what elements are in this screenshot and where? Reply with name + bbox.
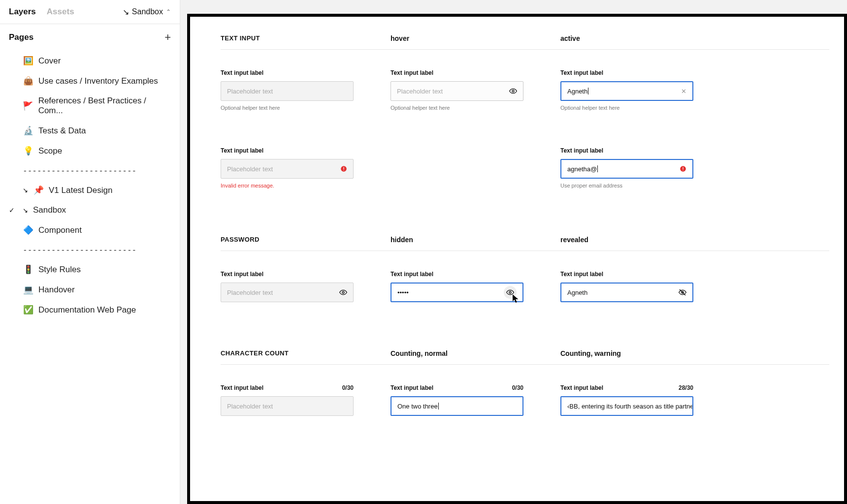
tab-assets[interactable]: Assets [47,7,74,17]
eye-icon [506,288,514,296]
eye-icon[interactable] [339,288,347,296]
text-input-row-default: Text input label Placeholder text Option… [221,69,829,111]
text-input-error: Text input label Placeholder text Invali… [221,147,354,189]
add-page-button[interactable]: + [164,32,171,43]
eye-icon[interactable] [509,87,517,95]
placeholder: Placeholder text [227,403,273,410]
input-label: Text input label [221,384,263,391]
password-input[interactable]: Agneth [560,283,693,302]
main-canvas-area[interactable]: TEXT INPUT hover active Text input label… [180,0,847,504]
password-hidden: Text input label ••••• [391,271,523,302]
charcount-row: Text input label 0/30 Placeholder text T… [221,384,829,416]
microscope-icon: 🔬 [23,126,33,136]
page-label: Style Rules [38,265,81,275]
input-label: Text input label [560,384,603,391]
check-icon: ✓ [9,206,15,214]
char-counter: 0/30 [342,384,354,391]
diamond-icon: 🔷 [23,225,33,235]
section-header-text-input: TEXT INPUT hover active [221,34,829,50]
text-input[interactable]: ‹BB, entering its fourth season as title… [560,396,693,416]
section-header-charcount: CHARACTER COUNT Counting, normal Countin… [221,349,829,365]
page-item-stylerules[interactable]: 🚦Style Rules [0,259,180,280]
page-label: Use cases / Inventory Examples [38,76,158,86]
input-value: One two three [397,403,438,410]
column-label-active: active [560,34,730,42]
input-label: Text input label [560,69,693,76]
placeholder: Placeholder text [227,289,273,296]
charcount-warning: Text input label 28/30 ‹BB, entering its… [560,384,693,416]
page-label: Documentation Web Page [38,305,136,315]
sidebar-top: Layers Assets ↘ Sandbox ⌃ [0,0,180,24]
caret-icon [597,165,598,172]
input-label: Text input label [221,271,354,278]
caret-icon [588,88,588,94]
text-input-active-error: Text input label agnetha@ Use proper ema… [560,147,693,189]
text-input[interactable]: Placeholder text [221,396,354,416]
pages-header: Pages + [0,24,180,48]
arrow-icon: ↘ [23,187,28,194]
svg-point-8 [509,291,511,293]
sidebar-tabs: Layers Assets [9,7,74,17]
bag-icon: 👜 [23,76,33,86]
page-item-docs[interactable]: ✅Documentation Web Page [0,300,180,320]
svg-point-7 [342,291,344,293]
page-item-references[interactable]: 🚩References / Best Practices / Com... [0,91,180,121]
page-list: 🖼️Cover 👜Use cases / Inventory Examples … [0,48,180,330]
breadcrumb-label: Sandbox [132,7,163,16]
text-input[interactable]: agnetha@ [560,159,693,179]
page-item-sandbox[interactable]: ✓↘Sandbox [0,200,180,220]
page-item-scope[interactable]: 💡Scope [0,141,180,161]
traffic-icon: 🚦 [23,264,33,275]
section-title: PASSWORD [221,236,391,244]
page-label: Sandbox [33,205,66,215]
page-item-component[interactable]: 🔷Component [0,220,180,240]
column-label-hidden: hidden [391,236,560,244]
input-label: Text input label [391,69,523,76]
text-input[interactable]: Placeholder text [391,81,523,101]
text-input[interactable]: One two three [391,396,523,416]
section-header-password: PASSWORD hidden revealed [221,236,829,251]
column-label-hover: hover [391,34,560,42]
chevron-up-icon: ⌃ [166,8,171,15]
arrow-icon: ↘ [23,207,28,214]
password-default: Text input label Placeholder text [221,271,354,302]
input-label: Text input label [221,147,354,154]
clear-icon[interactable]: ✕ [681,88,686,95]
text-input-hover: Text input label Placeholder text Option… [391,69,523,111]
error-message: Invalid error message. [221,183,354,189]
laptop-icon: 💻 [23,284,33,295]
placeholder: Placeholder text [227,88,273,95]
arrow-icon: ↘ [123,7,129,17]
password-input[interactable]: ••••• [391,283,523,302]
section-title: CHARACTER COUNT [221,349,391,357]
char-counter: 0/30 [512,384,523,391]
helper-text: Use proper email address [560,183,693,189]
page-item-handover[interactable]: 💻Handover [0,280,180,300]
page-label: Scope [38,146,62,156]
page-label: Component [38,225,82,235]
column-label-counting-normal: Counting, normal [391,349,560,357]
page-item-usecases[interactable]: 👜Use cases / Inventory Examples [0,71,180,91]
text-input-row-error: Text input label Placeholder text Invali… [221,147,829,189]
page-label: Handover [38,285,75,295]
flag-icon: 🚩 [23,101,33,111]
eye-off-icon[interactable] [679,288,686,296]
text-input[interactable]: Agneth ✕ [560,81,693,101]
breadcrumb[interactable]: ↘ Sandbox ⌃ [123,7,171,17]
page-label: References / Best Practices / Com... [38,96,171,116]
toggle-visibility-button[interactable] [504,286,517,299]
charcount-default: Text input label 0/30 Placeholder text [221,384,354,416]
helper-text: Optional helper text here [391,105,523,111]
page-label: Tests & Data [38,126,86,136]
text-input[interactable]: Placeholder text [221,81,354,101]
password-input[interactable]: Placeholder text [221,283,354,302]
page-item-latest[interactable]: ↘📌V1 Latest Design [0,180,180,200]
page-item-tests[interactable]: 🔬Tests & Data [0,121,180,141]
input-label: Text input label [221,69,354,76]
input-value: Agneth [567,88,587,95]
placeholder: Placeholder text [227,165,273,173]
page-item-cover[interactable]: 🖼️Cover [0,51,180,71]
tab-layers[interactable]: Layers [9,7,36,17]
pages-title: Pages [9,32,33,42]
text-input[interactable]: Placeholder text [221,159,354,179]
